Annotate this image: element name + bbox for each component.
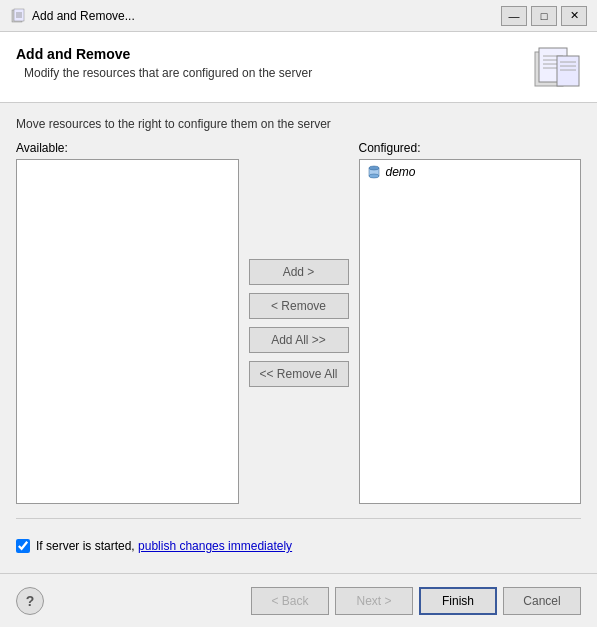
header-text: Add and Remove Modify the resources that… — [16, 46, 523, 80]
title-bar: Add and Remove... — □ ✕ — [0, 0, 597, 32]
configured-section: Configured: demo — [359, 141, 582, 504]
remove-all-button[interactable]: << Remove All — [249, 361, 349, 387]
finish-button[interactable]: Finish — [419, 587, 497, 615]
configured-list[interactable]: demo — [359, 159, 582, 504]
svg-point-17 — [369, 174, 379, 178]
dialog-subtitle: Modify the resources that are configured… — [16, 66, 523, 80]
dialog-header: Add and Remove Modify the resources that… — [0, 32, 597, 103]
checkbox-label-before: If server is started, — [36, 539, 138, 553]
next-button[interactable]: Next > — [335, 587, 413, 615]
configured-label: Configured: — [359, 141, 582, 155]
header-icon — [533, 46, 581, 88]
dialog-body: Move resources to the right to configure… — [0, 103, 597, 573]
separator — [16, 518, 581, 519]
add-all-button[interactable]: Add All >> — [249, 327, 349, 353]
available-list[interactable] — [16, 159, 239, 504]
close-button[interactable]: ✕ — [561, 6, 587, 26]
help-button[interactable]: ? — [16, 587, 44, 615]
maximize-button[interactable]: □ — [531, 6, 557, 26]
cancel-button[interactable]: Cancel — [503, 587, 581, 615]
minimize-button[interactable]: — — [501, 6, 527, 26]
available-section: Available: — [16, 141, 239, 504]
list-item-label: demo — [386, 165, 416, 179]
list-item[interactable]: demo — [362, 162, 579, 182]
back-button[interactable]: < Back — [251, 587, 329, 615]
middle-buttons: Add > < Remove Add All >> << Remove All — [239, 141, 359, 504]
footer-buttons: < Back Next > Finish Cancel — [44, 587, 581, 615]
instruction-text: Move resources to the right to configure… — [16, 117, 581, 131]
checkbox-area: If server is started, publish changes im… — [16, 533, 581, 559]
dialog-title: Add and Remove — [16, 46, 523, 62]
svg-point-16 — [369, 166, 379, 170]
svg-rect-11 — [557, 56, 579, 86]
dialog-content: Add and Remove Modify the resources that… — [0, 32, 597, 627]
checkbox-label-link: publish changes immediately — [138, 539, 292, 553]
app-icon — [10, 8, 26, 24]
publish-label[interactable]: If server is started, publish changes im… — [36, 539, 292, 553]
title-bar-left: Add and Remove... — [10, 8, 135, 24]
title-bar-title: Add and Remove... — [32, 9, 135, 23]
title-bar-controls[interactable]: — □ ✕ — [501, 6, 587, 26]
remove-button[interactable]: < Remove — [249, 293, 349, 319]
publish-checkbox[interactable] — [16, 539, 30, 553]
resource-icon — [366, 164, 382, 180]
add-button[interactable]: Add > — [249, 259, 349, 285]
lists-area: Available: Add > < Remove Add All >> << … — [16, 141, 581, 504]
dialog-footer: ? < Back Next > Finish Cancel — [0, 573, 597, 627]
available-label: Available: — [16, 141, 239, 155]
